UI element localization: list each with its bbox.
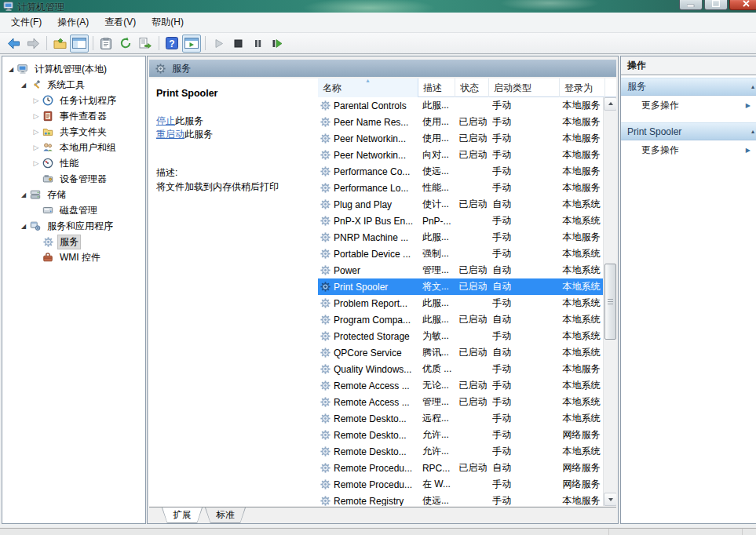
service-row-qpcore-service[interactable]: QPCore Service腾讯...已启动自动本地系统: [318, 344, 603, 361]
service-row-remote-access[interactable]: Remote Access ...管理...已启动手动本地系统: [318, 394, 603, 410]
back-icon[interactable]: [4, 35, 23, 53]
start-service-icon[interactable]: [209, 35, 228, 53]
cell-logon-as: 本地系统: [557, 297, 603, 310]
restart-service-link[interactable]: 重启动: [156, 129, 184, 140]
service-row-problem-report[interactable]: Problem Report...此服...手动本地系统: [318, 295, 603, 311]
service-row-remote-deskto[interactable]: Remote Deskto...允许...手动网络服务: [318, 427, 603, 443]
tree-item-services[interactable]: 服务: [2, 234, 145, 249]
export-folder-icon[interactable]: [50, 35, 69, 53]
help-icon[interactable]: ?: [163, 35, 181, 53]
tree-item-services-and-applications[interactable]: ◢服务和应用程序: [2, 218, 145, 234]
expanded-arrow-icon[interactable]: ◢: [5, 66, 16, 73]
stop-service-line: 停止此服务: [156, 115, 203, 128]
properties-icon[interactable]: [97, 35, 115, 53]
title-bar[interactable]: 计算机管理: [0, 0, 756, 13]
tree-item-computer-management[interactable]: ◢计算机管理(本地): [2, 61, 145, 77]
service-row-pnrp-machine[interactable]: PNRP Machine ...此服...手动本地服务: [318, 229, 603, 246]
show-console-tree-icon[interactable]: [70, 35, 89, 53]
service-row-program-compa[interactable]: Program Compa...此服...已启动自动本地系统: [318, 311, 603, 328]
tab-standard[interactable]: 标准: [205, 508, 246, 523]
service-row-pnp-x-ip-bus-en[interactable]: PnP-X IP Bus En...PnP-...手动本地系统: [318, 213, 603, 229]
tree-item-event-viewer[interactable]: ▷事件查看器: [2, 108, 145, 124]
collapsed-arrow-icon[interactable]: ▷: [31, 96, 42, 104]
service-row-performance-co[interactable]: Performance Co...使远...手动本地服务: [318, 163, 603, 180]
more-actions-arrow-icon: ▶: [746, 102, 751, 109]
scroll-down-button[interactable]: [604, 493, 616, 506]
menu-help[interactable]: 帮助(H): [144, 13, 192, 31]
tree-item-wmi-control[interactable]: WMI 控件: [2, 249, 145, 265]
service-row-portable-device[interactable]: Portable Device ...强制...手动本地系统: [318, 246, 603, 262]
close-button[interactable]: [729, 0, 756, 10]
service-row-peer-name-res[interactable]: Peer Name Res...使用...已启动手动本地服务: [318, 114, 603, 130]
actions-section-print-spooler[interactable]: Print Spooler ▴: [621, 122, 756, 140]
service-row-remote-registry[interactable]: Remote Registry使远...手动本地服务: [318, 493, 603, 506]
tree-item-system-tools[interactable]: ◢系统工具: [2, 77, 145, 93]
cell-name: Remote Registry: [318, 496, 418, 507]
show-action-pane-icon[interactable]: [182, 35, 201, 53]
refresh-icon[interactable]: [116, 35, 135, 53]
cell-name: Performance Co...: [318, 166, 418, 177]
pause-service-icon[interactable]: [248, 35, 267, 53]
tree-item-shared-folders[interactable]: ▷共享文件夹: [2, 124, 145, 140]
tree-item-local-users-and-groups[interactable]: ▷本地用户和组: [2, 140, 145, 155]
cell-logon-as: 本地系统: [557, 214, 603, 227]
menu-action[interactable]: 操作(A): [49, 13, 97, 31]
actions-section-services[interactable]: 服务 ▴: [621, 78, 756, 96]
service-gear-icon: [320, 117, 331, 127]
collapsed-arrow-icon[interactable]: ▷: [31, 112, 42, 120]
service-gear-icon: [320, 463, 331, 473]
export-list-icon[interactable]: [136, 35, 155, 53]
service-row-peer-networkin[interactable]: Peer Networkin...使用...已启动手动本地服务: [318, 130, 603, 147]
vertical-scrollbar[interactable]: [603, 97, 616, 506]
service-row-performance-lo[interactable]: Performance Lo...性能...手动本地服务: [318, 180, 603, 196]
service-row-quality-windows[interactable]: Quality Windows...优质 ...手动本地服务: [318, 361, 603, 377]
service-row-remote-procedu[interactable]: Remote Procedu...在 W...手动网络服务: [318, 476, 603, 493]
collapsed-arrow-icon[interactable]: ▷: [31, 128, 42, 136]
restart-service-icon[interactable]: [268, 35, 287, 53]
scroll-up-button[interactable]: [604, 97, 616, 111]
more-actions-services[interactable]: 更多操作 ▶: [621, 96, 756, 115]
strip-seam: [742, 529, 743, 535]
expanded-arrow-icon[interactable]: ◢: [18, 82, 29, 89]
service-row-remote-deskto[interactable]: Remote Deskto...允许...手动本地系统: [318, 443, 603, 460]
tree-item-label: 设备管理器: [57, 172, 109, 187]
tree-item-storage[interactable]: ◢存储: [2, 187, 145, 202]
column-header-startup-type-label: 启动类型: [494, 82, 531, 95]
column-header-status[interactable]: 状态: [455, 78, 489, 97]
more-actions-print-spooler[interactable]: 更多操作 ▶: [621, 140, 756, 160]
menu-file[interactable]: 文件(F): [3, 13, 49, 31]
collapsed-arrow-icon[interactable]: ▷: [31, 144, 42, 151]
stop-service-icon[interactable]: [228, 35, 247, 53]
service-row-power[interactable]: Power管理...已启动自动本地系统: [318, 262, 603, 278]
column-header-name[interactable]: ▲ 名称: [318, 78, 418, 97]
expanded-arrow-icon[interactable]: ◢: [18, 223, 29, 230]
forward-icon[interactable]: [24, 35, 42, 53]
maximize-button[interactable]: [704, 0, 728, 10]
column-header-startup-type[interactable]: 启动类型: [489, 78, 560, 97]
collapsed-arrow-icon[interactable]: ▷: [31, 159, 42, 167]
tree-item-device-manager[interactable]: 设备管理器: [2, 171, 145, 187]
service-row-protected-storage[interactable]: Protected Storage为敏...手动本地系统: [318, 328, 603, 344]
service-row-remote-procedu[interactable]: Remote Procedu...RPC...已启动自动网络服务: [318, 460, 603, 476]
column-header-description[interactable]: 描述: [418, 78, 455, 97]
stop-service-link[interactable]: 停止: [156, 115, 175, 126]
service-row-peer-networkin[interactable]: Peer Networkin...向对...已启动手动本地服务: [318, 147, 603, 163]
minimize-button[interactable]: [679, 0, 703, 10]
service-row-remote-access[interactable]: Remote Access ...无论...已启动手动本地系统: [318, 377, 603, 394]
tree-item-disk-management[interactable]: 磁盘管理: [2, 202, 145, 218]
column-header-logon-as[interactable]: 登录为: [560, 78, 605, 97]
service-row-plug-and-play[interactable]: Plug and Play使计...已启动自动本地系统: [318, 196, 603, 213]
service-row-print-spooler[interactable]: Print Spooler将文...已启动自动本地系统: [318, 278, 603, 295]
cell-startup-type: 手动: [488, 478, 557, 491]
scrollbar-thumb[interactable]: [604, 264, 616, 340]
expanded-arrow-icon[interactable]: ◢: [18, 191, 29, 198]
more-actions-services-label: 更多操作: [641, 99, 679, 112]
tree-item-task-scheduler[interactable]: ▷任务计划程序: [2, 93, 145, 108]
service-name: Program Compa...: [334, 315, 411, 326]
service-row-remote-deskto[interactable]: Remote Deskto...远程...手动本地系统: [318, 410, 603, 427]
tab-extended[interactable]: 扩展: [162, 508, 203, 523]
tree-item-performance[interactable]: ▷性能: [2, 155, 145, 171]
cell-startup-type: 自动: [488, 313, 557, 326]
service-row-parental-controls[interactable]: Parental Controls此服...手动本地服务: [318, 97, 603, 114]
menu-view[interactable]: 查看(V): [97, 13, 144, 31]
